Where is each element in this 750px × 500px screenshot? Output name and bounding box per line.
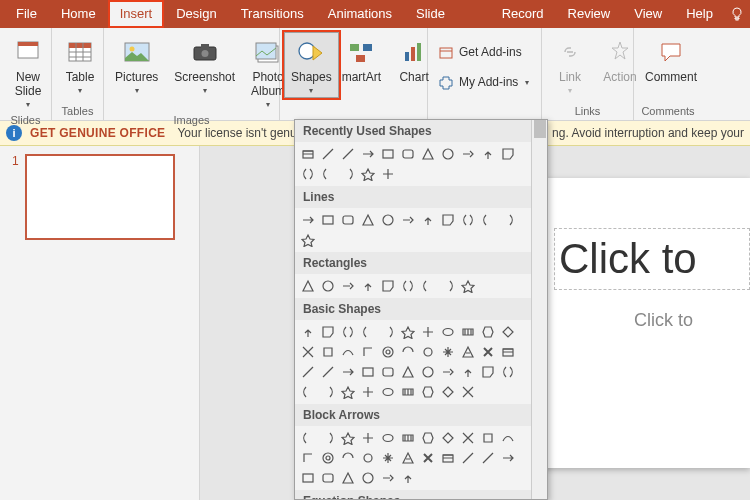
shape-option[interactable] (399, 343, 417, 361)
shape-option[interactable] (379, 429, 397, 447)
shape-option[interactable] (479, 323, 497, 341)
shape-option[interactable] (499, 211, 517, 229)
tab-animations[interactable]: Animations (316, 0, 404, 28)
shape-option[interactable] (439, 277, 457, 295)
shape-option[interactable] (359, 343, 377, 361)
shape-option[interactable] (359, 277, 377, 295)
slide-thumbnails-pane[interactable]: 1 (0, 146, 200, 500)
shapes-button[interactable]: Shapes ▾ (284, 32, 339, 98)
tab-record[interactable]: Record (490, 0, 556, 28)
shape-option[interactable] (359, 469, 377, 487)
shape-option[interactable] (439, 383, 457, 401)
shape-option[interactable] (299, 231, 317, 249)
shape-option[interactable] (379, 449, 397, 467)
shape-option[interactable] (379, 145, 397, 163)
shape-option[interactable] (399, 363, 417, 381)
shape-option[interactable] (299, 383, 317, 401)
comment-button[interactable]: Comment (638, 32, 704, 88)
shape-option[interactable] (459, 277, 477, 295)
shape-option[interactable] (499, 429, 517, 447)
link-button[interactable]: Link ▾ (546, 32, 594, 98)
tab-view[interactable]: View (622, 0, 674, 28)
shape-option[interactable] (319, 343, 337, 361)
shape-option[interactable] (479, 429, 497, 447)
shape-option[interactable] (339, 429, 357, 447)
shape-option[interactable] (459, 449, 477, 467)
get-addins-button[interactable]: Get Add-ins (432, 40, 537, 64)
shape-option[interactable] (359, 165, 377, 183)
shape-option[interactable] (359, 211, 377, 229)
shape-option[interactable] (379, 383, 397, 401)
tab-insert[interactable]: Insert (108, 0, 165, 28)
shape-option[interactable] (339, 145, 357, 163)
shape-option[interactable] (399, 429, 417, 447)
shape-option[interactable] (439, 363, 457, 381)
shape-option[interactable] (399, 383, 417, 401)
shape-option[interactable] (379, 323, 397, 341)
shape-option[interactable] (399, 469, 417, 487)
shape-option[interactable] (379, 277, 397, 295)
shape-option[interactable] (479, 211, 497, 229)
scrollbar-thumb[interactable] (534, 120, 546, 138)
shape-option[interactable] (379, 363, 397, 381)
shape-option[interactable] (379, 343, 397, 361)
shape-option[interactable] (299, 323, 317, 341)
shape-option[interactable] (459, 343, 477, 361)
shape-option[interactable] (479, 363, 497, 381)
shape-option[interactable] (439, 343, 457, 361)
shape-option[interactable] (419, 449, 437, 467)
shape-option[interactable] (419, 343, 437, 361)
shape-option[interactable] (399, 277, 417, 295)
shape-option[interactable] (379, 211, 397, 229)
tab-home[interactable]: Home (49, 0, 108, 28)
slide-title-placeholder[interactable]: Click to (554, 228, 750, 290)
tab-transitions[interactable]: Transitions (229, 0, 316, 28)
shape-option[interactable] (419, 363, 437, 381)
shape-option[interactable] (359, 363, 377, 381)
table-button[interactable]: Table ▾ (56, 32, 104, 98)
shape-option[interactable] (299, 469, 317, 487)
shape-option[interactable] (479, 449, 497, 467)
shape-option[interactable] (399, 323, 417, 341)
shape-option[interactable] (459, 211, 477, 229)
shape-option[interactable] (299, 429, 317, 447)
shape-option[interactable] (399, 449, 417, 467)
shape-option[interactable] (319, 277, 337, 295)
slide[interactable]: Click to Click to (530, 178, 750, 468)
shape-option[interactable] (419, 211, 437, 229)
shape-option[interactable] (479, 145, 497, 163)
shape-option[interactable] (359, 449, 377, 467)
shape-option[interactable] (379, 469, 397, 487)
shape-option[interactable] (439, 211, 457, 229)
shape-option[interactable] (299, 211, 317, 229)
shape-option[interactable] (359, 145, 377, 163)
shape-option[interactable] (319, 469, 337, 487)
shape-option[interactable] (339, 363, 357, 381)
smartart-button[interactable]: martArt (341, 32, 388, 98)
shape-option[interactable] (319, 211, 337, 229)
shape-option[interactable] (339, 343, 357, 361)
shape-option[interactable] (419, 383, 437, 401)
shape-option[interactable] (319, 383, 337, 401)
shape-option[interactable] (439, 323, 457, 341)
tab-help[interactable]: Help (674, 0, 725, 28)
shape-option[interactable] (319, 165, 337, 183)
shape-option[interactable] (319, 429, 337, 447)
shape-option[interactable] (319, 323, 337, 341)
shape-option[interactable] (339, 323, 357, 341)
shape-option[interactable] (299, 277, 317, 295)
shape-option[interactable] (299, 363, 317, 381)
shape-option[interactable] (499, 145, 517, 163)
shape-option[interactable] (399, 211, 417, 229)
shape-option[interactable] (359, 383, 377, 401)
shape-option[interactable] (459, 145, 477, 163)
slide-thumbnail[interactable] (25, 154, 175, 240)
shape-option[interactable] (379, 165, 397, 183)
tab-review[interactable]: Review (556, 0, 623, 28)
tab-slideshow[interactable]: Slide Show (404, 0, 490, 28)
shape-option[interactable] (339, 383, 357, 401)
tab-file[interactable]: File (4, 0, 49, 28)
pictures-button[interactable]: Pictures ▾ (108, 32, 165, 112)
shape-option[interactable] (339, 211, 357, 229)
shape-option[interactable] (339, 469, 357, 487)
